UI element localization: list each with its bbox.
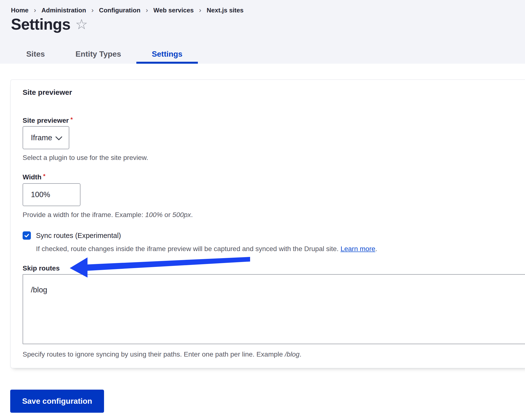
width-input[interactable] [23,183,80,206]
sync-routes-help: If checked, route changes inside the ifr… [36,245,517,253]
tab-sites[interactable]: Sites [11,46,60,64]
tab-bar: Sites Entity Types Settings [11,46,525,64]
section-title: Site previewer [23,88,517,97]
breadcrumb-separator-icon: › [199,6,201,14]
sync-routes-label[interactable]: Sync routes (Experimental) [36,232,121,240]
required-asterisk: * [43,173,46,179]
tab-entity-types[interactable]: Entity Types [60,46,136,64]
learn-more-link[interactable]: Learn more [340,245,375,252]
page-title: Settings [11,16,70,33]
site-previewer-help: Select a plugin to use for the site prev… [23,154,517,162]
breadcrumb-nextjs-sites[interactable]: Next.js sites [206,7,244,14]
checkmark-icon [24,233,30,238]
site-previewer-section: Site previewer Site previewer* Iframe Se… [10,79,525,368]
width-label: Width* [23,173,517,181]
site-previewer-label: Site previewer* [23,117,517,125]
breadcrumb-web-services[interactable]: Web services [153,7,194,14]
breadcrumb-home[interactable]: Home [11,7,28,14]
breadcrumb-configuration[interactable]: Configuration [99,7,140,14]
breadcrumb: Home › Administration › Configuration › … [11,6,525,14]
save-configuration-button[interactable]: Save configuration [10,390,104,413]
skip-routes-help: Specify routes to ignore syncing by usin… [23,350,517,358]
sync-routes-checkbox[interactable] [23,231,31,240]
required-asterisk: * [70,116,73,123]
breadcrumb-administration[interactable]: Administration [42,7,86,14]
site-previewer-select[interactable]: Iframe [23,126,69,149]
skip-routes-label: Skip routes [23,264,517,272]
tab-settings[interactable]: Settings [136,46,197,64]
site-previewer-selected-value: Iframe [31,133,52,142]
page-header: Home › Administration › Configuration › … [0,0,525,64]
width-help: Provide a width for the iframe. Example:… [23,211,517,219]
chevron-down-icon [55,136,63,141]
bookmark-star-icon[interactable]: ☆ [75,17,88,31]
skip-routes-textarea[interactable]: /blog [23,274,525,344]
breadcrumb-separator-icon: › [146,6,148,14]
breadcrumb-separator-icon: › [34,6,36,14]
breadcrumb-separator-icon: › [91,6,94,14]
